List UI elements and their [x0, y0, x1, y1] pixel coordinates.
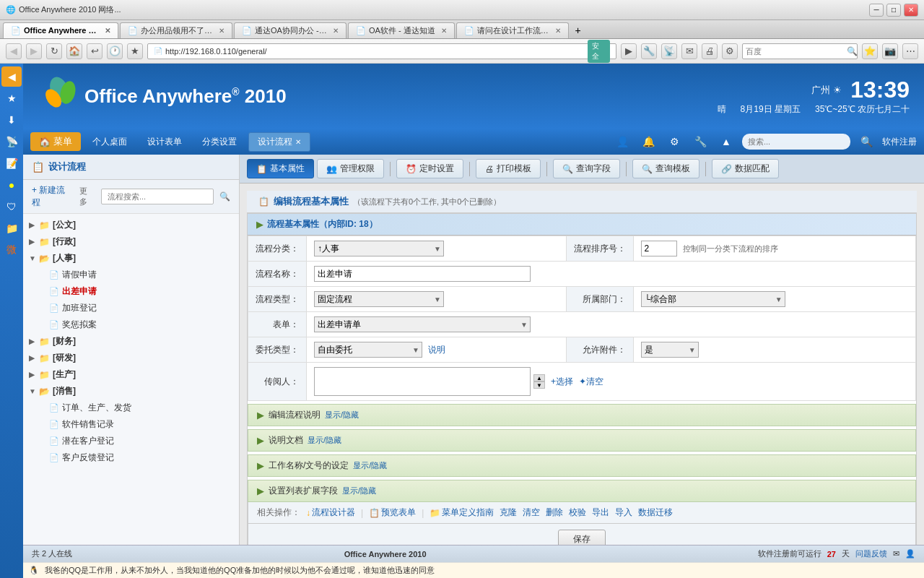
- browser-tab-5[interactable]: 📄 请问在设计工作流程中如何设... ✕: [456, 22, 569, 38]
- maximize-button[interactable]: □: [886, 4, 901, 17]
- left-icon-down[interactable]: ⬇: [1, 110, 22, 130]
- list-item[interactable]: 📄 奖惩拟案: [35, 316, 239, 333]
- up-icon-btn[interactable]: ▲: [716, 131, 736, 152]
- dept-select[interactable]: └综合部: [641, 291, 785, 307]
- allow-attach-select[interactable]: 是 否: [641, 342, 699, 358]
- feedback-link[interactable]: 问题反馈: [855, 548, 887, 559]
- menu-item-form[interactable]: 设计表单: [139, 133, 191, 151]
- left-icon-shield[interactable]: 🛡: [1, 197, 22, 217]
- tab-timer[interactable]: ⏰ 定时设置: [396, 159, 463, 178]
- clear-reader-btn[interactable]: ✦清空: [579, 376, 603, 388]
- op-flow-designer[interactable]: ↓ 流程设计器: [306, 506, 355, 519]
- toggle-link-1[interactable]: 显示/隐藏: [325, 410, 359, 420]
- list-item[interactable]: 📄 软件销售记录: [35, 416, 239, 433]
- flow-seq-input[interactable]: [641, 241, 677, 256]
- tab-close-1[interactable]: ✕: [105, 27, 110, 35]
- menu-flow-close[interactable]: ✕: [295, 138, 301, 146]
- flow-search-input[interactable]: [101, 189, 214, 204]
- op-import[interactable]: 导入: [615, 506, 632, 519]
- form-select[interactable]: 出差申请单: [314, 316, 531, 332]
- print-button[interactable]: 🖨: [702, 43, 718, 59]
- mail-button[interactable]: ✉: [681, 43, 697, 59]
- list-item[interactable]: 📄 潜在客户登记: [35, 433, 239, 449]
- left-icon-note[interactable]: 📝: [1, 153, 22, 173]
- list-item[interactable]: 📄 请假申请: [35, 267, 239, 283]
- tab-basic-props[interactable]: 📋 基本属性: [247, 159, 314, 178]
- delegate-note[interactable]: 说明: [428, 344, 445, 356]
- refresh-button[interactable]: ↻: [46, 43, 62, 59]
- left-icon-star[interactable]: ★: [1, 88, 22, 108]
- tools-button[interactable]: 🔧: [641, 43, 657, 59]
- software-register-link[interactable]: 软件注册: [882, 136, 917, 148]
- search-input[interactable]: [743, 43, 844, 59]
- tree-group-caiwu[interactable]: ▶ 📁 [财务]: [23, 333, 239, 350]
- op-delete[interactable]: 删除: [546, 506, 563, 519]
- gear-icon-btn[interactable]: ⚙: [664, 131, 684, 152]
- options-button[interactable]: ⚙: [722, 43, 738, 59]
- list-item[interactable]: 📄 加班登记: [35, 300, 239, 316]
- menu-item-desktop[interactable]: 个人桌面: [84, 133, 136, 151]
- scroll-down[interactable]: ▼: [533, 381, 545, 389]
- flow-category-select[interactable]: ↑人事: [314, 241, 444, 256]
- collapsible-listfield[interactable]: ▶ 设置列表扩展字段 显示/隐藏: [248, 480, 916, 502]
- browser-tab-2[interactable]: 📄 办公用品领用不了 - 综合交流区... ✕: [120, 22, 232, 38]
- flow-search-icon[interactable]: 🔍: [219, 191, 230, 202]
- search-submit-icon[interactable]: 🔍: [844, 46, 860, 56]
- collapsible-flow-desc[interactable]: ▶ 编辑流程说明 显示/隐藏: [248, 404, 916, 426]
- minimize-button[interactable]: ─: [869, 4, 884, 17]
- favorites-btn[interactable]: ⭐: [862, 43, 878, 59]
- left-icon-rss[interactable]: 📡: [1, 131, 22, 152]
- menu-search-icon[interactable]: 🔍: [856, 131, 876, 152]
- left-icon-pac[interactable]: ●: [1, 175, 22, 195]
- left-icon-weibo[interactable]: 微: [1, 240, 22, 260]
- menu-item-category[interactable]: 分类设置: [193, 133, 245, 151]
- op-menu-guide[interactable]: 📁 菜单定义指南: [430, 506, 494, 519]
- toggle-link-4[interactable]: 显示/隐藏: [342, 486, 376, 496]
- tree-group-yanfa[interactable]: ▶ 📁 [研发]: [23, 350, 239, 366]
- op-preview-form[interactable]: 📋 预览表单: [369, 506, 416, 519]
- toggle-link-2[interactable]: 显示/隐藏: [308, 435, 341, 446]
- new-tab-button[interactable]: +: [570, 22, 586, 38]
- collapsible-workname[interactable]: ▶ 工作名称/文号的设定 显示/隐藏: [248, 454, 916, 477]
- tab-close-2[interactable]: ✕: [219, 27, 225, 35]
- flow-type-select[interactable]: 固定流程: [314, 291, 444, 307]
- select-reader-btn[interactable]: +选择: [551, 376, 573, 388]
- bell-icon-btn[interactable]: 🔔: [638, 131, 658, 152]
- undo-button[interactable]: ↩: [87, 43, 103, 59]
- op-migrate[interactable]: 数据迁移: [638, 506, 673, 519]
- browser-tab-1[interactable]: 📄 Office Anywhere 2010 网络... ✕: [3, 22, 118, 38]
- flow-name-input[interactable]: [314, 266, 531, 282]
- tab-close-3[interactable]: ✕: [333, 27, 339, 35]
- tool-icon-btn[interactable]: 🔧: [690, 131, 710, 152]
- collapsible-doc[interactable]: ▶ 说明文档 显示/隐藏: [248, 429, 916, 452]
- delegate-select[interactable]: 自由委托: [314, 342, 422, 358]
- scroll-up[interactable]: ▲: [533, 374, 545, 381]
- list-item[interactable]: 📄 订单、生产、发货: [35, 400, 239, 416]
- tab-data-match[interactable]: 🔗 数据匹配: [712, 159, 779, 178]
- rss-button[interactable]: 📡: [661, 43, 677, 59]
- close-button[interactable]: ✕: [904, 4, 918, 17]
- user-icon[interactable]: 👤: [905, 549, 915, 558]
- tree-group-shengchan[interactable]: ▶ 📁 [生产]: [23, 366, 239, 383]
- back-button[interactable]: ◀: [6, 43, 22, 59]
- tree-group-renshi[interactable]: ▼ 📂 [人事]: [23, 250, 239, 267]
- tab-close-4[interactable]: ✕: [441, 27, 447, 35]
- tab-query-field[interactable]: 🔍 查询字段: [553, 159, 620, 178]
- save-button[interactable]: 保存: [558, 530, 606, 545]
- new-flow-button[interactable]: + 新建流程: [32, 184, 74, 209]
- browser-tab-4[interactable]: 📄 OA软件 - 通达知道 ✕: [348, 22, 455, 38]
- home-menu-button[interactable]: 🏠 菜单: [30, 132, 81, 151]
- left-icon-back[interactable]: ◀: [1, 66, 22, 87]
- menu-search-input[interactable]: [742, 134, 850, 150]
- tab-query-tpl[interactable]: 🔍 查询模板: [632, 159, 699, 178]
- list-item[interactable]: 📄 客户反馈登记: [35, 449, 239, 466]
- tree-group-xiaoshou[interactable]: ▼ 📂 [消售]: [23, 383, 239, 400]
- screenshots-btn[interactable]: 📷: [882, 43, 898, 59]
- tree-group-xingzheng[interactable]: ▶ 📁 [行政]: [23, 233, 239, 250]
- reader-textarea[interactable]: [314, 367, 531, 396]
- op-clone[interactable]: 克隆: [500, 506, 517, 519]
- op-validate[interactable]: 校验: [569, 506, 586, 519]
- go-button[interactable]: ▶: [621, 43, 637, 59]
- more-btn[interactable]: ⋯: [902, 43, 918, 59]
- bookmark-button[interactable]: ★: [127, 43, 143, 59]
